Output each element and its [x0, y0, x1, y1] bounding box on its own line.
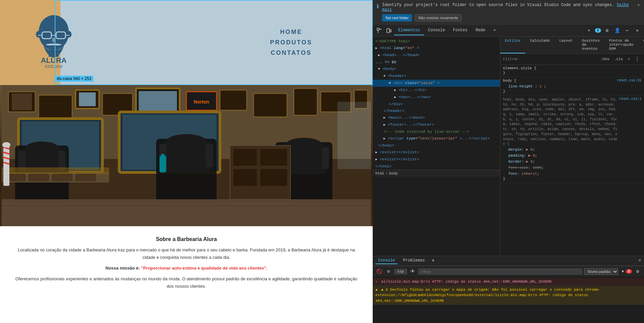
styles-filter: Filtrar :hov .cls + ⋮ — [500, 54, 644, 65]
console-eye-icon[interactable]: 👁 — [409, 268, 416, 275]
dom-line-nav[interactable]: ▶ <nav>...</nav> — [373, 94, 500, 101]
console-levels-select[interactable]: Níveis padrão — [584, 268, 618, 275]
reset-selector: html, body, div, span, applet, object, i… — [503, 97, 619, 147]
close-devtools-icon[interactable]: ✕ — [633, 27, 641, 35]
styles-rule-element: element.style { } — [500, 65, 644, 77]
dom-line-evlist1[interactable]: ▶ <evlist></evlist> — [373, 149, 500, 156]
console-filter-input[interactable] — [418, 269, 582, 275]
add-style-button[interactable]: + — [626, 56, 631, 62]
styles-filter-input[interactable] — [520, 56, 597, 62]
tab-console[interactable]: Console — [424, 26, 449, 35]
subtab-pontos[interactable]: Pontos de interrupção DOM — [604, 37, 638, 53]
dom-line-body-close: </body> — [373, 142, 500, 149]
svg-rect-90 — [390, 30, 391, 32]
dom-line-head[interactable]: ▶ <head>...</head> — [373, 52, 500, 59]
styles-subtabs: Estilos Calculado Layout Ouvintes de eve… — [500, 37, 644, 54]
console-panel: Console Problemas + × 🚫 ⊘ top 👁 Níveis p… — [373, 256, 644, 323]
notification-close-icon[interactable]: × — [637, 3, 640, 8]
dom-line-header-open[interactable]: ▼ <header> — [373, 73, 500, 80]
logo-area: ALURA ESTD 2019 — [27, 12, 81, 73]
styles-rule-body: body { reset.css:31 line-height : 1 ; } — [500, 77, 644, 96]
console-gear-icon[interactable]: ⚙ — [634, 268, 641, 275]
devtools-upper: <!DOCTYPE html> ▶ <html lang="en" > ▶ <h… — [373, 37, 644, 323]
dom-breadcrumb: html › body — [373, 170, 500, 177]
console-clear-icon[interactable]: 🚫 — [375, 268, 383, 275]
tab-elementos[interactable]: Elementos — [394, 26, 424, 35]
reset-css18-link[interactable]: reset.css:1 — [619, 97, 641, 101]
subtab-more[interactable]: » — [638, 37, 644, 53]
svg-rect-24 — [220, 90, 247, 110]
dom-line-h1[interactable]: ▶ <h1>...</h1> — [373, 87, 500, 94]
plus-icon[interactable]: + — [585, 27, 593, 35]
svg-rect-84 — [260, 169, 287, 186]
mission-text: Nossa missão é: "Proporcionar auto-estim… — [13, 265, 359, 272]
svg-rect-78 — [159, 156, 166, 172]
svg-point-47 — [166, 134, 206, 149]
devtools-panel: ℹ Identify your project's root folder to… — [373, 0, 644, 323]
svg-rect-75 — [2, 199, 371, 226]
mission-desc: Oferecemos profissionais experientes e a… — [13, 275, 359, 290]
svg-rect-18 — [79, 92, 96, 106]
subtab-estilos[interactable]: Estilos — [500, 37, 525, 53]
warn-icon: ▲ — [375, 288, 378, 292]
dom-line-body-open[interactable]: ▼ <body> — [373, 66, 500, 73]
dom-line-html[interactable]: ▶ <html lang="en" > — [373, 45, 500, 52]
dom-line-body-marker: ... == $0 — [373, 59, 500, 66]
devtools-toolbar: Elementos Console Fontes Rede » + 2 ⚙ 👤 … — [373, 25, 644, 37]
reset-css-link[interactable]: reset.css:31 — [617, 79, 641, 83]
dom-line-footer[interactable]: ▶ <footer>...</footer> — [373, 121, 500, 128]
settings-icon[interactable]: ⚙ — [603, 27, 611, 35]
style-options-button[interactable]: ⋮ — [633, 55, 641, 63]
cls-button[interactable]: .cls — [613, 56, 624, 62]
subtab-layout[interactable]: Layout — [555, 37, 578, 53]
breadcrumb-body[interactable]: body — [389, 171, 398, 175]
set-root-button[interactable]: Set root folder — [382, 14, 412, 22]
reset-font-size: font-size: 100%; — [503, 165, 641, 171]
nav-produtos[interactable]: PRODUTOS — [270, 39, 312, 46]
tab-rede[interactable]: Rede — [471, 26, 489, 35]
console-close-button[interactable]: × — [638, 258, 641, 264]
element-style-selector: element.style { — [503, 66, 641, 70]
notification-text: Identify your project's root folder to o… — [382, 3, 614, 7]
dom-line-script[interactable]: ▶ <script type="text/javascript" >...</s… — [373, 135, 500, 142]
nav-contatos[interactable]: CONTATOS — [271, 49, 312, 56]
subtab-ouvintes[interactable]: Ouvintes de eventos — [577, 37, 604, 53]
reset-padding: padding: ▶ 0; — [503, 153, 641, 159]
no-show-button[interactable]: Não mostrar novamente — [415, 14, 462, 22]
problemas-tab[interactable]: Problemas — [400, 257, 427, 264]
svg-rect-15 — [12, 93, 32, 110]
devtools-panels-row: <!DOCTYPE html> ▶ <html lang="en" > ▶ <h… — [373, 37, 644, 256]
inspect-icon[interactable] — [375, 27, 383, 35]
dom-line-main[interactable]: ▶ <main>...</main> — [373, 114, 500, 121]
console-tab[interactable]: Console — [375, 257, 398, 264]
devtools-toolbar-right: + 2 ⚙ 👤 ⋯ ✕ — [585, 27, 641, 35]
dev-highlight — [55, 0, 373, 85]
breadcrumb-html[interactable]: html — [375, 171, 384, 175]
console-filter-icon[interactable]: ⊘ — [385, 268, 392, 275]
console-error-text: al/sizzle.min.map:Erro HTTP: código de s… — [381, 280, 552, 284]
logo-svg: ALURA ESTD 2019 — [32, 12, 76, 73]
element-style-close: } — [503, 71, 641, 75]
hov-button[interactable]: :hov — [599, 56, 611, 62]
device-icon[interactable] — [385, 27, 393, 35]
mission-highlight: "Proporcionar auto-estima e qualidade de… — [141, 266, 267, 271]
more-icon[interactable]: ⋯ — [623, 27, 631, 35]
svg-rect-25 — [254, 93, 287, 117]
console-add-button[interactable]: + — [431, 258, 435, 264]
dom-line-evlist2[interactable]: ▶ <evlist></evlist> — [373, 156, 500, 163]
nav-home[interactable]: HOME — [280, 29, 302, 36]
site-header: ALURA ESTD 2019 div.caixa 940 × 253 HOME… — [0, 0, 373, 85]
svg-rect-89 — [387, 29, 389, 33]
subtab-calculado[interactable]: Calculado — [525, 37, 554, 53]
body-selector: body { reset.css:31 — [503, 79, 641, 83]
tab-fontes[interactable]: Fontes — [449, 26, 471, 35]
top-level-badge[interactable]: top — [394, 269, 407, 274]
svg-rect-81 — [233, 149, 257, 166]
svg-rect-64 — [2, 167, 109, 174]
tab-more[interactable]: » — [489, 26, 500, 35]
dom-line-div-caixa[interactable]: ▼ <div class="caixa" > — [373, 80, 500, 87]
svg-rect-67 — [52, 174, 72, 181]
site-nav[interactable]: HOME PRODUTOS CONTATOS — [270, 29, 312, 56]
site-content: Sobre a Barbearia Alura Localizada no co… — [0, 226, 373, 304]
user-icon[interactable]: 👤 — [613, 27, 621, 35]
